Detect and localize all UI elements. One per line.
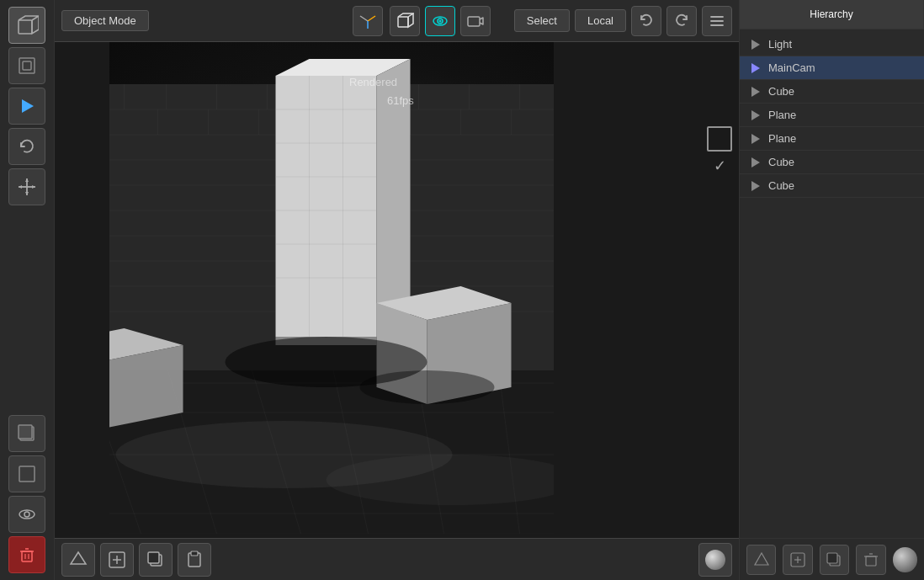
- hierarchy-item-maincam[interactable]: MainCam: [740, 56, 924, 80]
- panel-trash-btn[interactable]: [856, 545, 885, 575]
- svg-rect-23: [398, 17, 408, 27]
- panel-bottom-toolbar: [740, 538, 924, 580]
- hierarchy-label-plane2: Plane: [768, 132, 796, 145]
- svg-rect-127: [827, 553, 837, 563]
- svg-point-14: [24, 512, 29, 517]
- panel-sphere-icon[interactable]: [893, 547, 917, 572]
- panel-copy-btn[interactable]: [820, 545, 849, 575]
- eye-btn[interactable]: [8, 496, 45, 533]
- right-panel: Hierarchy Light MainCam: [739, 0, 924, 580]
- hierarchy-list: Light MainCam Cube: [740, 29, 924, 538]
- checkmark-icon: ✓: [714, 157, 726, 175]
- svg-marker-114: [71, 552, 86, 564]
- tab-hierarchy[interactable]: Hierarchy: [740, 0, 924, 29]
- sphere-icon: [705, 550, 725, 570]
- svg-rect-2: [23, 61, 31, 70]
- svg-rect-12: [19, 466, 35, 482]
- cube2-play-icon: [750, 157, 762, 168]
- svg-point-101: [360, 370, 495, 404]
- hierarchy-item-cube3[interactable]: Cube: [740, 174, 924, 198]
- copy-btn[interactable]: [139, 543, 173, 577]
- plane2-play-icon: [750, 133, 762, 145]
- hierarchy-label-cube1: Cube: [768, 85, 794, 98]
- svg-rect-15: [22, 551, 32, 561]
- svg-marker-122: [755, 553, 768, 565]
- svg-marker-8: [19, 185, 22, 189]
- rendered-label: Rendered: [349, 76, 397, 88]
- object-icon-btn[interactable]: [390, 6, 420, 36]
- svg-line-21: [360, 16, 368, 21]
- main-container: Object Mode: [0, 0, 924, 580]
- scene-svg: [109, 42, 554, 534]
- panel-add-btn[interactable]: [783, 545, 812, 575]
- light-play-icon: [750, 39, 762, 51]
- layer-top-btn[interactable]: [8, 415, 45, 452]
- hierarchy-label-cube2: Cube: [768, 156, 794, 168]
- local-btn[interactable]: Local: [575, 9, 626, 32]
- svg-marker-7: [25, 192, 29, 195]
- 3d-scene[interactable]: [109, 42, 554, 534]
- add-object-btn[interactable]: [100, 543, 134, 577]
- svg-rect-128: [866, 556, 876, 566]
- svg-rect-11: [19, 425, 32, 439]
- move-btn[interactable]: [8, 168, 45, 205]
- maincam-play-icon: [750, 62, 762, 74]
- svg-rect-85: [276, 76, 377, 337]
- trash-btn[interactable]: [8, 536, 45, 573]
- svg-rect-121: [191, 551, 198, 556]
- undo-btn[interactable]: [631, 6, 661, 36]
- hierarchy-item-cube1[interactable]: Cube: [740, 80, 924, 104]
- svg-marker-3: [22, 99, 34, 113]
- cube1-play-icon: [750, 86, 762, 98]
- svg-rect-0: [19, 20, 32, 34]
- hierarchy-label-light: Light: [768, 38, 792, 51]
- svg-marker-6: [25, 178, 29, 182]
- svg-rect-1: [19, 58, 35, 73]
- hierarchy-item-cube2[interactable]: Cube: [740, 151, 924, 174]
- hierarchy-item-light[interactable]: Light: [740, 33, 924, 56]
- play-btn[interactable]: [8, 88, 45, 125]
- left-toolbar: [0, 0, 55, 580]
- hierarchy-label-cube3: Cube: [768, 179, 794, 192]
- material-sphere-btn[interactable]: [698, 543, 732, 577]
- viewport-icons: ✓: [707, 126, 732, 175]
- refresh-btn[interactable]: [8, 128, 45, 165]
- top-toolbar: Object Mode: [55, 0, 739, 42]
- menu-btn[interactable]: [702, 6, 732, 36]
- cube3-play-icon: [750, 180, 762, 192]
- render-view-icon-btn[interactable]: [425, 6, 455, 36]
- axis-gizmo-icon[interactable]: [353, 6, 383, 36]
- svg-marker-9: [32, 185, 35, 189]
- hierarchy-label-maincam: MainCam: [768, 61, 815, 74]
- paste-btn[interactable]: [178, 543, 211, 577]
- left-cube: [109, 328, 183, 429]
- redo-btn[interactable]: [666, 6, 697, 36]
- frame-btn[interactable]: [8, 47, 45, 84]
- panel-shape-btn[interactable]: [746, 545, 776, 575]
- svg-rect-119: [148, 552, 159, 563]
- fps-label: 61fps: [387, 94, 414, 107]
- svg-rect-27: [468, 17, 480, 26]
- mode-display[interactable]: Object Mode: [61, 10, 149, 31]
- scene-icon-btn[interactable]: [8, 7, 45, 44]
- svg-point-26: [438, 19, 441, 22]
- layer-btn[interactable]: [8, 455, 45, 492]
- viewport-bottom-toolbar: [55, 538, 739, 580]
- hierarchy-label-plane1: Plane: [768, 109, 796, 121]
- select-box-icon[interactable]: [707, 126, 732, 152]
- select-btn[interactable]: Select: [514, 9, 570, 32]
- shape-btn[interactable]: [61, 543, 95, 577]
- svg-line-20: [368, 16, 375, 21]
- panel-header: Hierarchy: [740, 0, 924, 29]
- viewport[interactable]: Object Mode: [55, 0, 739, 580]
- plane1-play-icon: [750, 109, 762, 121]
- hierarchy-item-plane1[interactable]: Plane: [740, 104, 924, 127]
- hierarchy-item-plane2[interactable]: Plane: [740, 127, 924, 151]
- camera-icon-btn[interactable]: [460, 6, 491, 36]
